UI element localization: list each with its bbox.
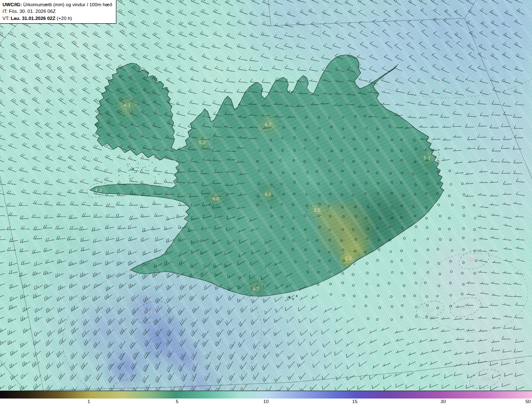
colorbar-tick-label: 30 bbox=[441, 399, 446, 404]
product-title: Úrkomumætti (mm) og vindur í 100m hæð bbox=[23, 2, 112, 7]
valid-label: VT: bbox=[2, 16, 10, 21]
colorbar-tick-label: 5 bbox=[176, 399, 178, 404]
init-time: Fös. 30. 01. 2026 06Z bbox=[9, 9, 56, 14]
colorbar: 1510153050 bbox=[0, 391, 532, 406]
init-time-row: IT: Fös. 30. 01. 2026 06Z bbox=[2, 8, 112, 15]
valid-time: Lau. 31.01.2026 02Z bbox=[11, 16, 55, 21]
colorbar-tick-label: 1 bbox=[88, 399, 90, 404]
colorbar-gradient bbox=[0, 391, 532, 399]
colorbar-tick-label: 15 bbox=[352, 399, 357, 404]
colorbar-labels: 1510153050 bbox=[0, 399, 532, 406]
colorbar-tick-label: 50 bbox=[525, 399, 531, 404]
colorbar-tick-label: 10 bbox=[264, 399, 269, 404]
weather-map-canvas bbox=[0, 0, 532, 391]
forecast-info-box: UWC/IG: Úrkomumætti (mm) og vindur í 100… bbox=[0, 0, 116, 24]
weather-map-stage: 4.14.75.24.34.24.13.55.13.24.713.610.17.… bbox=[0, 0, 532, 406]
model-label: UWC/IG: bbox=[2, 2, 22, 7]
init-label: IT: bbox=[2, 9, 7, 14]
info-title-row: UWC/IG: Úrkomumætti (mm) og vindur í 100… bbox=[2, 1, 112, 8]
valid-time-row: VT: Lau. 31.01.2026 02Z (+20 h) bbox=[2, 15, 112, 22]
valid-offset: (+20 h) bbox=[57, 16, 72, 21]
